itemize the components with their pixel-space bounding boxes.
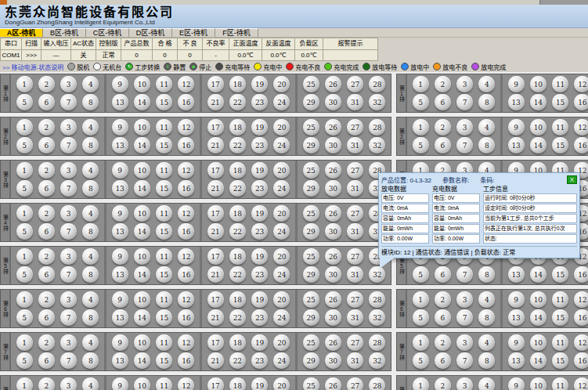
- battery-cell[interactable]: 11: [552, 119, 568, 135]
- battery-cell[interactable]: 17: [207, 291, 224, 308]
- battery-cell[interactable]: 6: [435, 137, 451, 153]
- battery-cell[interactable]: 21: [207, 309, 224, 326]
- battery-cell[interactable]: 8: [478, 309, 495, 326]
- battery-cell[interactable]: 3: [456, 334, 473, 351]
- battery-cell[interactable]: 7: [60, 180, 77, 197]
- battery-cell[interactable]: 3: [60, 377, 77, 390]
- battery-cell[interactable]: 17: [207, 248, 224, 265]
- battery-cell[interactable]: 6: [435, 309, 451, 326]
- tab-zone-5[interactable]: F区-待机: [215, 28, 258, 37]
- battery-cell[interactable]: 27: [347, 162, 363, 179]
- power-status-link[interactable]: >> 移动电源-状态说明: [2, 63, 63, 71]
- battery-cell[interactable]: 5: [413, 352, 429, 369]
- battery-cell[interactable]: 15: [156, 180, 172, 197]
- battery-cell[interactable]: 8: [478, 352, 495, 369]
- battery-cell[interactable]: 12: [178, 119, 194, 135]
- battery-cell[interactable]: 8: [478, 94, 495, 110]
- battery-cell[interactable]: 10: [134, 248, 150, 265]
- battery-cell[interactable]: 11: [156, 119, 172, 135]
- battery-cell[interactable]: 21: [207, 223, 224, 240]
- battery-cell[interactable]: 9: [508, 119, 525, 135]
- battery-cell[interactable]: 15: [156, 266, 172, 283]
- battery-cell[interactable]: 19: [251, 377, 268, 390]
- battery-cell[interactable]: 27: [347, 334, 363, 351]
- battery-cell[interactable]: 28: [369, 76, 385, 92]
- battery-cell[interactable]: 20: [273, 248, 290, 265]
- battery-cell[interactable]: 4: [82, 334, 99, 351]
- battery-cell[interactable]: 1: [413, 119, 429, 135]
- battery-cell[interactable]: 27: [347, 291, 363, 308]
- battery-cell[interactable]: 23: [251, 94, 268, 110]
- battery-cell[interactable]: 31: [347, 352, 363, 369]
- battery-cell[interactable]: 11: [552, 377, 568, 390]
- battery-cell[interactable]: 24: [273, 180, 290, 197]
- battery-cell[interactable]: 19: [251, 291, 268, 308]
- battery-cell[interactable]: 26: [325, 162, 341, 179]
- battery-cell[interactable]: 23: [251, 223, 268, 240]
- battery-cell[interactable]: 12: [574, 377, 588, 390]
- battery-cell[interactable]: 15: [552, 266, 568, 283]
- battery-cell[interactable]: 17: [207, 205, 224, 222]
- battery-cell[interactable]: 13: [112, 266, 128, 283]
- battery-cell[interactable]: 11: [156, 291, 172, 308]
- battery-cell[interactable]: 24: [273, 352, 290, 369]
- battery-cell[interactable]: 24: [273, 94, 290, 110]
- battery-cell[interactable]: 23: [251, 352, 268, 369]
- battery-cell[interactable]: 11: [156, 377, 172, 390]
- battery-cell[interactable]: 32: [369, 266, 385, 283]
- battery-cell[interactable]: 18: [229, 119, 246, 135]
- battery-cell[interactable]: 21: [207, 266, 224, 283]
- battery-cell[interactable]: 32: [369, 309, 385, 326]
- battery-cell[interactable]: 14: [530, 137, 547, 153]
- battery-cell[interactable]: 14: [530, 266, 547, 283]
- battery-cell[interactable]: 1: [16, 162, 33, 179]
- battery-cell[interactable]: 3: [456, 291, 473, 308]
- battery-cell[interactable]: 14: [134, 180, 150, 197]
- battery-cell[interactable]: 14: [530, 309, 547, 326]
- battery-cell[interactable]: 7: [456, 309, 473, 326]
- battery-cell[interactable]: 27: [347, 377, 363, 390]
- battery-cell[interactable]: 2: [38, 205, 55, 222]
- battery-cell[interactable]: 2: [38, 119, 55, 135]
- battery-cell[interactable]: 30: [325, 223, 341, 240]
- battery-cell[interactable]: 5: [16, 223, 33, 240]
- battery-cell[interactable]: 29: [303, 223, 319, 240]
- battery-cell[interactable]: 7: [60, 309, 77, 326]
- tab-zone-3[interactable]: D区-待机: [129, 28, 172, 37]
- battery-cell[interactable]: 5: [16, 309, 33, 326]
- battery-cell[interactable]: 27: [347, 205, 363, 222]
- battery-cell[interactable]: 12: [178, 377, 194, 390]
- battery-cell[interactable]: 5: [16, 352, 33, 369]
- battery-cell[interactable]: 25: [303, 162, 319, 179]
- battery-cell[interactable]: 13: [508, 137, 525, 153]
- battery-cell[interactable]: 4: [82, 76, 99, 92]
- battery-cell[interactable]: 7: [456, 137, 473, 153]
- battery-cell[interactable]: 18: [229, 291, 246, 308]
- battery-cell[interactable]: 25: [303, 76, 319, 92]
- battery-cell[interactable]: 17: [207, 162, 224, 179]
- battery-cell[interactable]: 12: [574, 119, 588, 135]
- battery-cell[interactable]: 18: [229, 205, 246, 222]
- battery-cell[interactable]: 29: [303, 180, 319, 197]
- battery-cell[interactable]: 22: [229, 94, 246, 110]
- popup-close-button[interactable]: X: [567, 175, 577, 184]
- battery-cell[interactable]: 28: [369, 119, 385, 135]
- battery-cell[interactable]: 9: [508, 334, 525, 351]
- battery-cell[interactable]: 14: [530, 94, 547, 110]
- battery-cell[interactable]: 30: [325, 266, 341, 283]
- battery-cell[interactable]: 15: [156, 352, 172, 369]
- battery-cell[interactable]: 10: [134, 76, 150, 92]
- battery-cell[interactable]: 9: [112, 76, 128, 92]
- battery-cell[interactable]: 7: [456, 352, 473, 369]
- battery-cell[interactable]: 2: [38, 377, 55, 390]
- battery-cell[interactable]: 14: [530, 352, 547, 369]
- battery-cell[interactable]: 25: [303, 377, 319, 390]
- battery-cell[interactable]: 5: [16, 137, 33, 153]
- battery-cell[interactable]: 13: [112, 180, 128, 197]
- battery-cell[interactable]: 11: [552, 291, 568, 308]
- battery-cell[interactable]: 30: [325, 352, 341, 369]
- battery-cell[interactable]: 22: [229, 266, 246, 283]
- battery-cell[interactable]: 3: [456, 377, 473, 390]
- battery-cell[interactable]: 1: [413, 291, 429, 308]
- battery-cell[interactable]: 1: [16, 334, 33, 351]
